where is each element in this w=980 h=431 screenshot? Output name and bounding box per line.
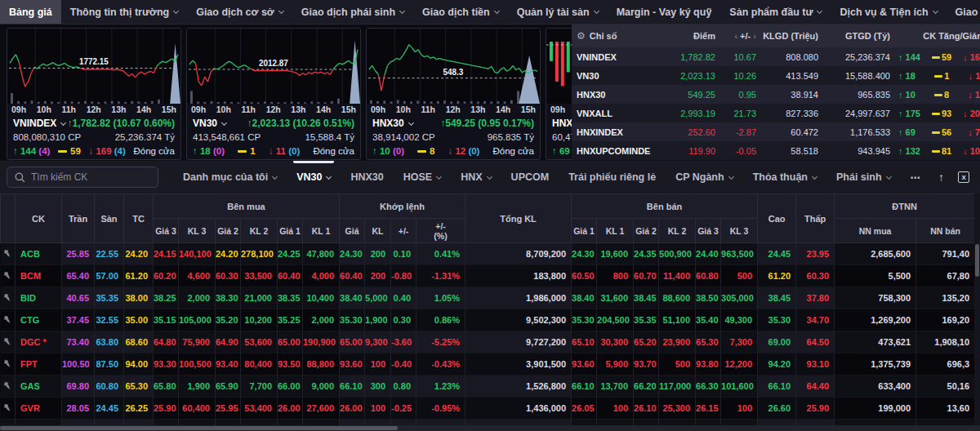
- bid-volume-3[interactable]: 2,000: [179, 287, 216, 309]
- matched-price[interactable]: 26.00: [340, 398, 365, 420]
- bid-price-2[interactable]: 60.30: [216, 265, 241, 287]
- bid-volume-2[interactable]: 10,200: [241, 309, 278, 331]
- bid-volume-3[interactable]: 75,900: [179, 331, 216, 353]
- index-table-row[interactable]: VN302,023.1310.26413.54915,588.400↑ 181↓…: [572, 66, 980, 85]
- vertical-scrollbar-thumb[interactable]: [975, 244, 979, 277]
- matched-price[interactable]: 60.40: [340, 265, 365, 287]
- ask-price-3[interactable]: 65.30: [696, 331, 721, 353]
- stock-search-box[interactable]: [7, 167, 158, 188]
- bid-price-3[interactable]: 38.25: [154, 287, 179, 309]
- ask-volume-3[interactable]: 500: [721, 265, 758, 287]
- nav-item[interactable]: Giao dịch tiền: [413, 0, 508, 24]
- pin-icon[interactable]: [1, 353, 16, 375]
- ask-volume-3[interactable]: 963,500: [721, 243, 758, 265]
- ask-volume-2[interactable]: 25,300: [659, 398, 696, 420]
- ask-volume-2[interactable]: 51,100: [659, 309, 696, 331]
- bid-price-1[interactable]: 26.00: [278, 398, 303, 420]
- bid-volume-3[interactable]: 105,000: [179, 309, 216, 331]
- nav-item[interactable]: Giao dịch phái sinh: [292, 0, 413, 24]
- matched-price[interactable]: 65.00: [340, 331, 365, 353]
- index-table-row[interactable]: VNXALL2,993.1921.73827.33624,997.637↑ 17…: [572, 104, 980, 122]
- ask-price-1[interactable]: 24.30: [572, 243, 597, 265]
- ask-price-3[interactable]: 93.80: [696, 353, 721, 375]
- bid-volume-3[interactable]: 4,600: [179, 265, 216, 287]
- board-tab[interactable]: HNX: [451, 161, 501, 193]
- board-tab[interactable]: Trái phiếu riêng lẻ: [559, 161, 666, 193]
- ask-price-1[interactable]: 93.60: [572, 353, 597, 375]
- board-tab[interactable]: CP Ngành: [666, 161, 743, 193]
- bid-volume-1[interactable]: 27,600: [303, 398, 340, 420]
- ask-volume-2[interactable]: 117,000: [659, 375, 696, 398]
- bid-price-3[interactable]: 35.15: [154, 309, 179, 331]
- matched-price[interactable]: 35.30: [340, 309, 365, 331]
- nav-item[interactable]: Quản lý tài sản: [508, 0, 608, 24]
- bid-price-3[interactable]: 64.80: [154, 331, 179, 353]
- bid-volume-1[interactable]: 2,000: [303, 309, 340, 331]
- board-tab[interactable]: UPCOM: [501, 161, 559, 193]
- ask-price-1[interactable]: 60.50: [572, 265, 597, 287]
- ask-volume-3[interactable]: 7,300: [721, 331, 758, 353]
- bid-price-1[interactable]: 38.35: [278, 287, 303, 309]
- matched-price[interactable]: 66.10: [340, 375, 365, 398]
- ticker-symbol[interactable]: GVR: [16, 398, 62, 420]
- bid-volume-3[interactable]: 140,100: [179, 243, 216, 265]
- ticker-symbol[interactable]: BID: [16, 287, 62, 309]
- ask-volume-1[interactable]: 13,700: [597, 375, 634, 398]
- bid-price-2[interactable]: 25.95: [216, 398, 241, 420]
- bid-volume-1[interactable]: 9,000: [303, 375, 340, 398]
- bid-volume-2[interactable]: 21,000: [241, 287, 278, 309]
- ask-volume-3[interactable]: 100: [721, 398, 758, 420]
- ask-volume-1[interactable]: 100: [597, 398, 634, 420]
- ask-volume-1[interactable]: 31,600: [597, 287, 634, 309]
- ask-price-1[interactable]: 38.40: [572, 287, 597, 309]
- bid-price-3[interactable]: 93.30: [154, 353, 179, 375]
- bid-price-3[interactable]: 60.20: [154, 265, 179, 287]
- ticker-symbol[interactable]: ACB: [16, 243, 62, 265]
- ask-price-2[interactable]: 38.45: [634, 287, 659, 309]
- ask-price-2[interactable]: 66.20: [634, 375, 659, 398]
- ask-price-3[interactable]: 35.40: [696, 309, 721, 331]
- ask-volume-1[interactable]: 800: [597, 265, 634, 287]
- bid-price-1[interactable]: 93.50: [278, 353, 303, 375]
- pin-icon[interactable]: [1, 309, 16, 331]
- board-row-BID[interactable]: BID40.6535.3538.0038.252,00038.3021,0003…: [1, 287, 975, 309]
- pin-icon[interactable]: [1, 398, 16, 420]
- search-input[interactable]: [31, 171, 150, 183]
- board-row-FPT[interactable]: FPT100.5087.5094.0093.30100,50093.4080,4…: [1, 353, 975, 375]
- board-tab[interactable]: HOSE: [394, 161, 451, 193]
- ask-price-1[interactable]: 26.05: [572, 398, 597, 420]
- ask-price-2[interactable]: 26.10: [634, 398, 659, 420]
- ask-volume-1[interactable]: 204,500: [597, 309, 634, 331]
- ask-volume-2[interactable]: 500: [659, 353, 696, 375]
- gear-icon[interactable]: ⚙: [577, 30, 586, 42]
- bid-price-1[interactable]: 24.25: [278, 243, 303, 265]
- board-row-BCM[interactable]: BCM65.4057.0061.2060.204,60060.3033,5006…: [1, 265, 975, 287]
- ticker-symbol[interactable]: BCM: [16, 265, 62, 287]
- pin-icon[interactable]: [1, 243, 16, 265]
- bid-volume-2[interactable]: 80,400: [241, 353, 278, 375]
- ask-volume-1[interactable]: 30,300: [597, 331, 634, 353]
- ask-price-2[interactable]: 60.70: [634, 265, 659, 287]
- ask-volume-1[interactable]: 19,600: [597, 243, 634, 265]
- nav-item[interactable]: Bảng giá: [0, 0, 61, 24]
- bid-volume-2[interactable]: 278,100: [241, 243, 278, 265]
- ask-price-3[interactable]: 66.30: [696, 375, 721, 398]
- ask-volume-3[interactable]: 101,600: [721, 375, 758, 398]
- index-table-row[interactable]: HNXUPCOMINDE119.90-0.0558.518943.945↑ 13…: [572, 141, 980, 160]
- board-tab[interactable]: Danh mục của tôi: [173, 161, 287, 193]
- bid-volume-1[interactable]: 190,900: [303, 331, 340, 353]
- board-tab[interactable]: ⋯: [901, 161, 931, 193]
- matched-price[interactable]: 93.60: [340, 353, 365, 375]
- bid-volume-1[interactable]: 88,800: [303, 353, 340, 375]
- nav-item[interactable]: Sản phẩm đầu tư: [720, 0, 831, 24]
- bid-price-2[interactable]: 64.90: [216, 331, 241, 353]
- bid-price-3[interactable]: 24.15: [154, 243, 179, 265]
- bid-volume-2[interactable]: 33,500: [241, 265, 278, 287]
- bid-volume-1[interactable]: 4,000: [303, 265, 340, 287]
- ask-price-1[interactable]: 66.10: [572, 375, 597, 398]
- ticker-symbol[interactable]: DGC *: [16, 331, 62, 353]
- bid-volume-2[interactable]: 7,700: [241, 375, 278, 398]
- nav-item[interactable]: Giao diện của tôi: [947, 0, 980, 24]
- index-table-row[interactable]: VNINDEX1,782.8210.67808.08025,236.374↑ 1…: [572, 47, 980, 66]
- horizontal-scrollbar-thumb[interactable]: [0, 426, 398, 430]
